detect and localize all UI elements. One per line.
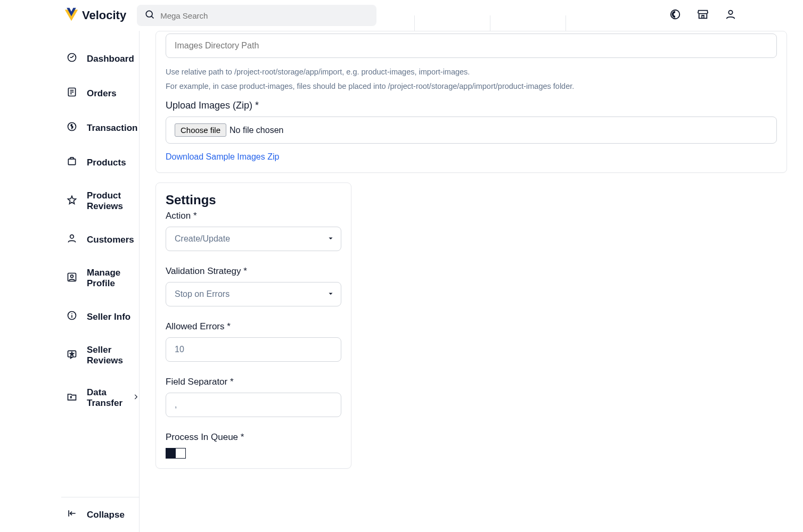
profile-icon xyxy=(67,272,77,285)
svg-point-0 xyxy=(146,11,152,17)
logo-text: Velocity xyxy=(82,9,126,22)
settings-card: Settings Action * Create/Update Validati… xyxy=(155,182,351,469)
validation-label: Validation Strategy * xyxy=(166,266,341,277)
file-upload[interactable]: Choose file No file chosen xyxy=(166,117,777,144)
transaction-icon xyxy=(67,121,77,135)
search-input[interactable] xyxy=(160,11,369,20)
queue-label: Process In Queue * xyxy=(166,432,341,443)
sidebar-item-orders[interactable]: Orders xyxy=(61,76,139,111)
sidebar-item-data-transfer[interactable]: Data Transfer xyxy=(61,377,139,419)
spacer xyxy=(61,419,139,497)
layout: Dashboard Orders Transaction Products Pr… xyxy=(0,31,803,532)
toggle-inner xyxy=(166,448,176,458)
sidebar-item-seller-reviews[interactable]: Seller Reviews xyxy=(61,334,139,377)
upload-label: Upload Images (Zip) * xyxy=(166,100,777,111)
images-help-2: For example, in case product-images, fil… xyxy=(166,80,777,93)
dashboard-icon xyxy=(67,52,77,65)
action-value: Create/Update xyxy=(166,227,341,251)
user-icon[interactable] xyxy=(725,9,736,22)
products-icon xyxy=(67,156,77,169)
logo-icon xyxy=(64,7,79,24)
download-wrap: Download Sample Images Zip xyxy=(166,152,777,162)
main-content: Use relative path to /project-root/stora… xyxy=(140,31,803,532)
chevron-right-icon xyxy=(132,393,140,403)
sidebar-item-label: Orders xyxy=(87,88,117,99)
svg-point-14 xyxy=(71,275,73,277)
allowed-errors-wrap xyxy=(166,337,341,362)
action-label: Action * xyxy=(166,211,341,221)
action-select[interactable]: Create/Update xyxy=(166,227,341,251)
svg-rect-11 xyxy=(68,159,75,165)
review-icon xyxy=(67,349,77,362)
queue-toggle[interactable] xyxy=(166,448,186,459)
validation-select[interactable]: Stop on Errors xyxy=(166,282,341,306)
download-sample-link[interactable]: Download Sample Images Zip xyxy=(166,152,279,161)
collapse-label: Collapse xyxy=(87,510,125,520)
images-help-1: Use relative path to /project-root/stora… xyxy=(166,65,777,79)
svg-line-1 xyxy=(151,16,153,18)
svg-point-4 xyxy=(728,11,732,14)
theme-icon[interactable] xyxy=(669,9,681,22)
sidebar-item-dashboard[interactable]: Dashboard xyxy=(61,41,139,76)
orders-icon xyxy=(67,87,77,100)
sidebar-item-label: Data Transfer xyxy=(87,387,122,409)
sidebar-item-label: Product Reviews xyxy=(87,190,134,212)
tab-marker xyxy=(339,15,415,31)
images-path-input[interactable] xyxy=(166,34,777,58)
sidebar-item-label: Products xyxy=(87,157,126,168)
allowed-errors-label: Allowed Errors * xyxy=(166,321,341,332)
sidebar-collapse[interactable]: Collapse xyxy=(61,497,139,532)
sidebar-item-label: Dashboard xyxy=(87,54,134,64)
tab-marker xyxy=(415,15,490,31)
collapse-icon xyxy=(67,508,77,521)
logo[interactable]: Velocity xyxy=(64,7,126,24)
field-sep-input[interactable] xyxy=(166,393,341,417)
customers-icon xyxy=(67,233,77,246)
sidebar-item-label: Transaction xyxy=(87,123,137,134)
svg-point-12 xyxy=(70,235,74,238)
sidebar-item-seller-info[interactable]: Seller Info xyxy=(61,300,139,334)
header-actions xyxy=(669,9,736,22)
search-icon xyxy=(144,9,155,22)
svg-point-3 xyxy=(674,13,677,16)
info-icon xyxy=(67,310,77,323)
sidebar-item-label: Customers xyxy=(87,235,134,245)
sidebar-item-label: Seller Reviews xyxy=(87,345,134,366)
tab-marker xyxy=(490,15,566,31)
sidebar-item-label: Manage Profile xyxy=(87,268,134,289)
field-sep-wrap xyxy=(166,393,341,417)
choose-file-button[interactable]: Choose file xyxy=(175,123,226,137)
images-card: Use relative path to /project-root/stora… xyxy=(155,31,787,173)
no-file-text: No file chosen xyxy=(230,126,283,135)
sidebar-item-customers[interactable]: Customers xyxy=(61,222,139,257)
sidebar-item-label: Seller Info xyxy=(87,312,130,322)
transfer-icon xyxy=(67,392,77,405)
sidebar: Dashboard Orders Transaction Products Pr… xyxy=(0,31,140,532)
allowed-errors-input[interactable] xyxy=(166,337,341,362)
sidebar-item-products[interactable]: Products xyxy=(61,145,139,180)
svg-point-17 xyxy=(71,313,72,314)
store-icon[interactable] xyxy=(697,9,709,22)
validation-value: Stop on Errors xyxy=(166,282,341,306)
star-icon xyxy=(67,195,77,208)
sidebar-item-manage-profile[interactable]: Manage Profile xyxy=(61,257,139,300)
settings-title: Settings xyxy=(166,193,341,207)
sidebar-item-product-reviews[interactable]: Product Reviews xyxy=(61,180,139,222)
sidebar-item-transaction[interactable]: Transaction xyxy=(61,111,139,145)
field-sep-label: Field Separator * xyxy=(166,377,341,387)
